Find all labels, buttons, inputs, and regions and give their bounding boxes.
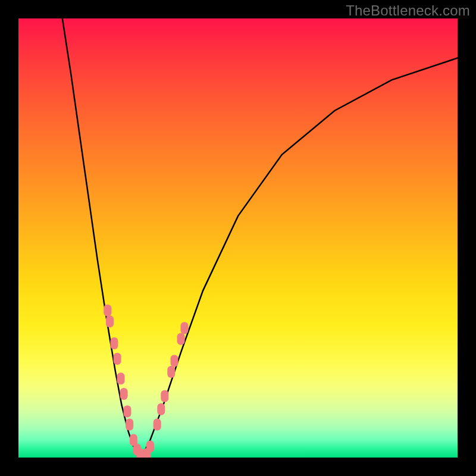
marker-dot [106,315,114,327]
plot-area [18,18,458,458]
marker-dot [161,390,168,402]
curve-layer [18,18,458,458]
marker-dot [124,406,131,418]
marker-group [104,305,188,458]
bottleneck-curve-right [142,58,458,458]
marker-dot [154,419,161,431]
marker-dot [104,305,111,317]
marker-dot [126,419,133,431]
marker-dot [117,372,125,384]
marker-dot [120,388,128,400]
marker-dot [146,441,154,453]
marker-dot [171,355,178,367]
watermark-label: TheBottleneck.com [346,2,470,19]
marker-dot [177,333,185,345]
bottleneck-curve-left [62,18,142,458]
chart-frame: TheBottleneck.com [0,0,476,476]
marker-dot [181,322,189,334]
marker-dot [157,403,165,415]
marker-dot [167,366,175,378]
marker-dot [110,337,118,349]
marker-dot [114,353,121,365]
